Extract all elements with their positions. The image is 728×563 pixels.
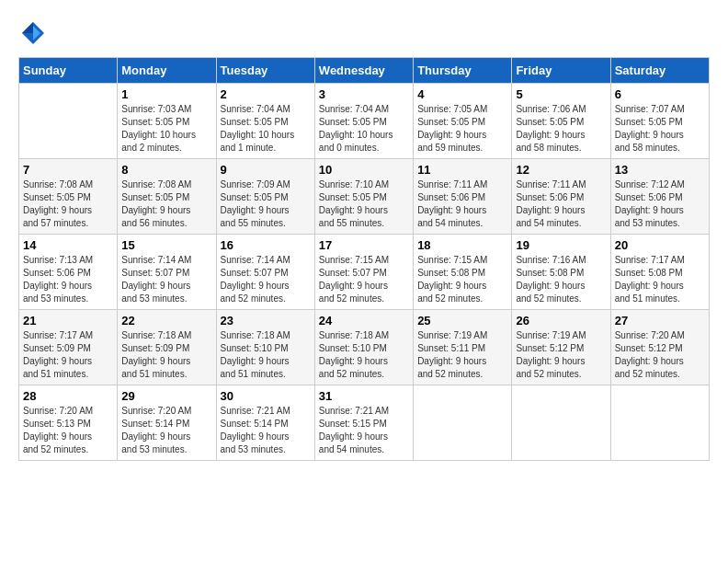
calendar-cell: 3Sunrise: 7:04 AM Sunset: 5:05 PM Daylig…: [314, 84, 413, 159]
calendar-cell: 13Sunrise: 7:12 AM Sunset: 5:06 PM Dayli…: [610, 159, 709, 235]
calendar-cell: 28Sunrise: 7:20 AM Sunset: 5:13 PM Dayli…: [19, 385, 118, 461]
calendar-cell: 20Sunrise: 7:17 AM Sunset: 5:08 PM Dayli…: [610, 235, 709, 310]
day-number: 6: [615, 87, 705, 101]
day-number: 30: [221, 389, 311, 403]
weekday-header-saturday: Saturday: [610, 58, 709, 84]
calendar-cell: 8Sunrise: 7:08 AM Sunset: 5:05 PM Daylig…: [118, 159, 216, 235]
day-number: 29: [121, 389, 211, 403]
day-info: Sunrise: 7:07 AM Sunset: 5:05 PM Dayligh…: [615, 103, 705, 155]
weekday-header-monday: Monday: [118, 58, 216, 84]
calendar-cell: 27Sunrise: 7:20 AM Sunset: 5:12 PM Dayli…: [610, 310, 709, 385]
calendar-cell: 6Sunrise: 7:07 AM Sunset: 5:05 PM Daylig…: [610, 84, 709, 159]
day-number: 23: [221, 314, 311, 327]
day-info: Sunrise: 7:15 AM Sunset: 5:07 PM Dayligh…: [319, 254, 409, 305]
day-info: Sunrise: 7:18 AM Sunset: 5:10 PM Dayligh…: [221, 329, 311, 381]
day-number: 5: [516, 87, 606, 101]
day-info: Sunrise: 7:19 AM Sunset: 5:12 PM Dayligh…: [516, 329, 606, 381]
day-info: Sunrise: 7:10 AM Sunset: 5:05 PM Dayligh…: [319, 178, 409, 230]
day-info: Sunrise: 7:08 AM Sunset: 5:05 PM Dayligh…: [23, 178, 113, 230]
day-info: Sunrise: 7:20 AM Sunset: 5:14 PM Dayligh…: [121, 405, 211, 456]
calendar-cell: 2Sunrise: 7:04 AM Sunset: 5:05 PM Daylig…: [216, 84, 314, 159]
day-number: 31: [319, 389, 409, 403]
calendar-cell: [610, 385, 709, 461]
calendar-cell: 24Sunrise: 7:18 AM Sunset: 5:10 PM Dayli…: [314, 310, 413, 385]
day-info: Sunrise: 7:19 AM Sunset: 5:11 PM Dayligh…: [417, 329, 507, 381]
day-info: Sunrise: 7:05 AM Sunset: 5:05 PM Dayligh…: [417, 103, 507, 155]
calendar-cell: 17Sunrise: 7:15 AM Sunset: 5:07 PM Dayli…: [314, 235, 413, 310]
weekday-header-row: SundayMondayTuesdayWednesdayThursdayFrid…: [19, 58, 710, 84]
day-number: 7: [23, 163, 113, 177]
week-row-2: 7Sunrise: 7:08 AM Sunset: 5:05 PM Daylig…: [19, 159, 710, 235]
calendar-cell: 15Sunrise: 7:14 AM Sunset: 5:07 PM Dayli…: [118, 235, 216, 310]
day-number: 18: [417, 238, 507, 252]
calendar-cell: 12Sunrise: 7:11 AM Sunset: 5:06 PM Dayli…: [512, 159, 610, 235]
day-info: Sunrise: 7:12 AM Sunset: 5:06 PM Dayligh…: [615, 178, 705, 230]
calendar-cell: 10Sunrise: 7:10 AM Sunset: 5:05 PM Dayli…: [314, 159, 413, 235]
calendar-cell: 19Sunrise: 7:16 AM Sunset: 5:08 PM Dayli…: [512, 235, 610, 310]
day-number: 17: [319, 238, 409, 252]
day-number: 9: [221, 163, 311, 177]
day-info: Sunrise: 7:14 AM Sunset: 5:07 PM Dayligh…: [121, 254, 211, 305]
day-number: 19: [516, 238, 606, 252]
calendar-cell: 29Sunrise: 7:20 AM Sunset: 5:14 PM Dayli…: [118, 385, 216, 461]
day-number: 8: [121, 163, 211, 177]
calendar-cell: 1Sunrise: 7:03 AM Sunset: 5:05 PM Daylig…: [118, 84, 216, 159]
day-info: Sunrise: 7:18 AM Sunset: 5:10 PM Dayligh…: [319, 329, 409, 381]
day-info: Sunrise: 7:11 AM Sunset: 5:06 PM Dayligh…: [516, 178, 606, 230]
calendar-cell: 14Sunrise: 7:13 AM Sunset: 5:06 PM Dayli…: [19, 235, 118, 310]
day-info: Sunrise: 7:20 AM Sunset: 5:13 PM Dayligh…: [23, 405, 113, 456]
day-number: 25: [417, 314, 507, 327]
weekday-header-friday: Friday: [512, 58, 610, 84]
calendar-cell: 26Sunrise: 7:19 AM Sunset: 5:12 PM Dayli…: [512, 310, 610, 385]
day-info: Sunrise: 7:17 AM Sunset: 5:09 PM Dayligh…: [23, 329, 113, 381]
day-number: 12: [516, 163, 606, 177]
logo: [18, 18, 51, 48]
calendar-cell: 23Sunrise: 7:18 AM Sunset: 5:10 PM Dayli…: [216, 310, 314, 385]
day-number: 16: [221, 238, 311, 252]
day-number: 14: [23, 238, 113, 252]
day-number: 20: [615, 238, 705, 252]
calendar-cell: [512, 385, 610, 461]
day-info: Sunrise: 7:11 AM Sunset: 5:06 PM Dayligh…: [417, 178, 507, 230]
week-row-4: 21Sunrise: 7:17 AM Sunset: 5:09 PM Dayli…: [19, 310, 710, 385]
logo-icon: [18, 18, 48, 48]
weekday-header-tuesday: Tuesday: [216, 58, 314, 84]
day-info: Sunrise: 7:08 AM Sunset: 5:05 PM Dayligh…: [121, 178, 211, 230]
calendar-cell: [414, 385, 512, 461]
weekday-header-thursday: Thursday: [414, 58, 512, 84]
day-info: Sunrise: 7:16 AM Sunset: 5:08 PM Dayligh…: [516, 254, 606, 305]
weekday-header-wednesday: Wednesday: [314, 58, 413, 84]
day-number: 4: [417, 87, 507, 101]
calendar-cell: 25Sunrise: 7:19 AM Sunset: 5:11 PM Dayli…: [414, 310, 512, 385]
day-number: 2: [221, 87, 311, 101]
day-info: Sunrise: 7:18 AM Sunset: 5:09 PM Dayligh…: [121, 329, 211, 381]
calendar-cell: 16Sunrise: 7:14 AM Sunset: 5:07 PM Dayli…: [216, 235, 314, 310]
day-number: 24: [319, 314, 409, 327]
calendar-cell: 11Sunrise: 7:11 AM Sunset: 5:06 PM Dayli…: [414, 159, 512, 235]
day-number: 22: [121, 314, 211, 327]
calendar-cell: 5Sunrise: 7:06 AM Sunset: 5:05 PM Daylig…: [512, 84, 610, 159]
calendar-cell: 31Sunrise: 7:21 AM Sunset: 5:15 PM Dayli…: [314, 385, 413, 461]
day-info: Sunrise: 7:04 AM Sunset: 5:05 PM Dayligh…: [221, 103, 311, 155]
day-info: Sunrise: 7:04 AM Sunset: 5:05 PM Dayligh…: [319, 103, 409, 155]
calendar-cell: 21Sunrise: 7:17 AM Sunset: 5:09 PM Dayli…: [19, 310, 118, 385]
calendar-cell: [19, 84, 118, 159]
svg-marker-2: [22, 22, 33, 33]
day-info: Sunrise: 7:15 AM Sunset: 5:08 PM Dayligh…: [417, 254, 507, 305]
day-info: Sunrise: 7:14 AM Sunset: 5:07 PM Dayligh…: [221, 254, 311, 305]
day-number: 15: [121, 238, 211, 252]
day-number: 28: [23, 389, 113, 403]
calendar-cell: 9Sunrise: 7:09 AM Sunset: 5:05 PM Daylig…: [216, 159, 314, 235]
calendar-cell: 4Sunrise: 7:05 AM Sunset: 5:05 PM Daylig…: [414, 84, 512, 159]
calendar-cell: 18Sunrise: 7:15 AM Sunset: 5:08 PM Dayli…: [414, 235, 512, 310]
day-number: 21: [23, 314, 113, 327]
day-number: 27: [615, 314, 705, 327]
calendar-cell: 30Sunrise: 7:21 AM Sunset: 5:14 PM Dayli…: [216, 385, 314, 461]
calendar-cell: 7Sunrise: 7:08 AM Sunset: 5:05 PM Daylig…: [19, 159, 118, 235]
day-info: Sunrise: 7:20 AM Sunset: 5:12 PM Dayligh…: [615, 329, 705, 381]
day-info: Sunrise: 7:09 AM Sunset: 5:05 PM Dayligh…: [221, 178, 311, 230]
day-info: Sunrise: 7:21 AM Sunset: 5:15 PM Dayligh…: [319, 405, 409, 456]
day-number: 13: [615, 163, 705, 177]
page-header: [18, 18, 710, 48]
day-number: 10: [319, 163, 409, 177]
